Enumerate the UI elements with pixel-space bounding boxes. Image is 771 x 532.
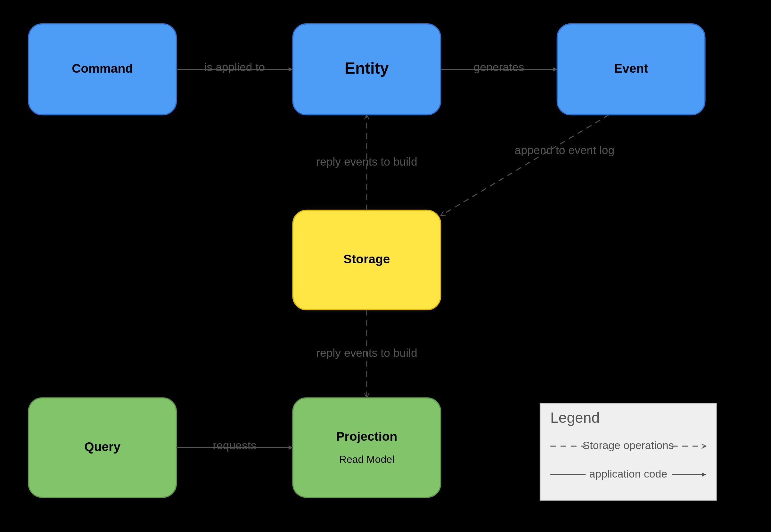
node-entity: Entity (293, 24, 440, 115)
node-entity-label: Entity (345, 59, 389, 77)
node-command: Command (29, 24, 176, 115)
edge-eventToStorage-label: append to event log (515, 144, 615, 157)
node-event: Event (557, 24, 705, 115)
legend-row-1-label: application code (589, 468, 667, 480)
node-projection-label: Projection (336, 430, 398, 443)
edge-storageToEntity: reply events to build (316, 115, 417, 210)
node-command-label: Command (72, 61, 133, 75)
edge-commandToEntity: is applied to (176, 61, 293, 74)
node-query: Query (29, 398, 176, 497)
node-query-label: Query (84, 440, 120, 454)
legend-row-0-label: Storage operations (583, 439, 674, 451)
edge-entityToEvent: generates (441, 61, 557, 74)
edge-commandToEntity-label: is applied to (204, 61, 265, 74)
svg-rect-4 (293, 398, 440, 497)
edge-entityToEvent-label: generates (474, 61, 524, 74)
edge-storageToEntity-label: reply events to build (316, 155, 417, 168)
node-storage: Storage (293, 210, 440, 310)
legend-title: Legend (550, 409, 600, 426)
node-projection: ProjectionRead Model (293, 398, 440, 497)
edge-storageToProjection-label: reply events to build (316, 347, 417, 359)
legend: LegendStorage operationsapplication code (540, 404, 716, 500)
node-storage-label: Storage (343, 252, 390, 266)
node-projection-sublabel: Read Model (339, 454, 394, 465)
svg-line-11 (441, 115, 609, 216)
node-event-label: Event (614, 61, 648, 75)
edge-queryToProjection-label: requests (213, 439, 256, 452)
edge-storageToProjection: reply events to build (316, 310, 417, 398)
edge-queryToProjection: requests (176, 439, 293, 452)
edge-eventToStorage: append to event log (441, 115, 615, 216)
